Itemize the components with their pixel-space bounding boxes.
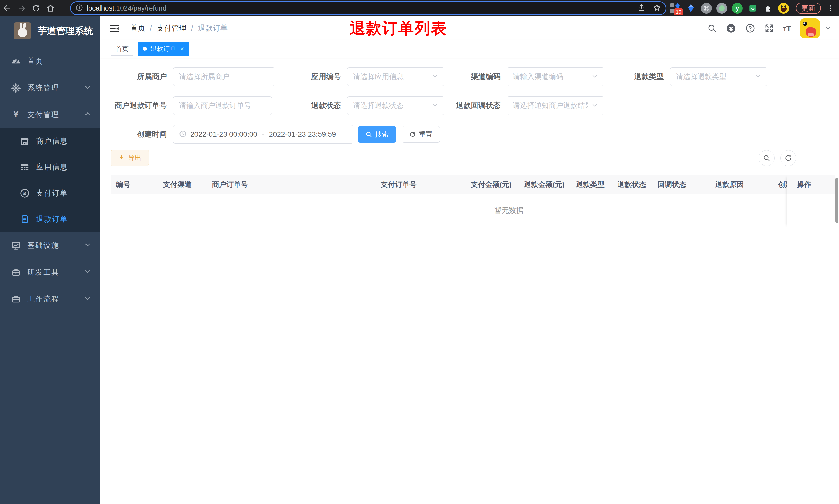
extension-kite-icon[interactable] — [685, 2, 697, 14]
sidebar-item-pay-order[interactable]: ¥支付订单 — [0, 180, 101, 206]
sidebar-item-label: 商户信息 — [36, 136, 68, 146]
browser-forward-button[interactable] — [14, 1, 29, 15]
filter-select-channel-code[interactable]: 请输入渠道编码 — [507, 68, 604, 86]
date-separator: - — [262, 130, 264, 139]
font-size-icon[interactable]: TT — [783, 24, 791, 33]
date-end-value[interactable]: 2022-01-23 23:59:59 — [269, 130, 336, 139]
tab-label: 首页 — [115, 44, 128, 53]
breadcrumb-item[interactable]: 支付管理 — [157, 23, 186, 34]
placeholder-text: 请选择所属商户 — [179, 72, 269, 82]
chevron-up-icon — [84, 110, 92, 120]
empty-text: 暂无数据 — [495, 206, 523, 215]
extension-chat-icon[interactable] — [747, 2, 758, 14]
sidebar-item-label: 应用信息 — [36, 162, 68, 173]
filter-input-merchant-refund-no[interactable]: 请输入商户退款订单号 — [173, 96, 272, 115]
page-content: 创建时间 2022-01-23 00:00:00 - 2022-01-23 23… — [101, 58, 839, 504]
app-logo-row[interactable]: 芋道管理系统 — [0, 17, 101, 45]
tab-label: 退款订单 — [150, 44, 176, 53]
sidebar-collapse-icon[interactable] — [109, 23, 120, 35]
sidebar-item-workflow[interactable]: 工作流程 — [0, 286, 101, 312]
browser-reload-button[interactable] — [29, 1, 43, 15]
filter-field-merchant-refund-no: 商户退款订单号请输入商户退款订单号 — [111, 96, 272, 115]
filter-label-merchant: 所属商户 — [111, 72, 167, 82]
extension-y-icon[interactable]: y — [731, 2, 743, 14]
search-button[interactable]: 搜索 — [358, 126, 396, 143]
fullscreen-icon[interactable] — [764, 23, 774, 34]
create-time-range-picker[interactable]: 2022-01-23 00:00:00 - 2022-01-23 23:59:5… — [173, 125, 353, 144]
profile-emoji-icon[interactable] — [778, 2, 789, 14]
site-info-icon[interactable] — [75, 4, 83, 13]
gauge-icon — [10, 56, 22, 67]
user-caret-down-icon[interactable] — [824, 24, 832, 33]
sidebar-item-app-info[interactable]: 应用信息 — [0, 154, 101, 180]
url-text: localhost:1024/pay/refund — [87, 4, 637, 12]
filter-field-merchant: 所属商户请选择所属商户 — [111, 68, 275, 86]
tab-close-icon[interactable]: × — [180, 46, 184, 52]
filter-label-merchant-refund-no: 商户退款订单号 — [111, 101, 167, 111]
toolbox-icon — [10, 267, 22, 278]
table-header-row: 编号支付渠道商户订单号支付订单号支付金额(元)退款金额(元)退款类型退款状态回调… — [111, 175, 835, 194]
extensions-puzzle-icon[interactable] — [762, 2, 774, 14]
browser-home-button[interactable] — [43, 1, 58, 15]
chevron-down-icon — [591, 102, 598, 110]
extension-tabs-icon[interactable]: 10 — [670, 2, 681, 14]
sidebar-item-merchant-info[interactable]: 商户信息 — [0, 128, 101, 154]
sidebar-menu: 首页系统管理¥支付管理商户信息应用信息¥支付订单退款订单基础设施研发工具工作流程 — [0, 45, 101, 312]
help-icon[interactable] — [745, 23, 755, 34]
extension-badge: 10 — [674, 8, 683, 15]
column-header: 退款原因 — [710, 180, 773, 190]
export-button[interactable]: 导出 — [111, 149, 149, 166]
tags-view-bar: 首页退款订单× — [101, 40, 839, 58]
top-navbar: 首页/支付管理/退款订单 退款订单列表 TT — [101, 17, 839, 40]
filter-input-merchant[interactable]: 请选择所属商户 — [173, 68, 275, 86]
browser-back-button[interactable] — [0, 1, 14, 15]
sidebar-item-label: 退款订单 — [36, 214, 68, 224]
date-start-value[interactable]: 2022-01-23 00:00:00 — [190, 130, 257, 139]
extension-command-icon[interactable] — [700, 2, 712, 14]
browser-toolbar: localhost:1024/pay/refund 10 y 更新 — [0, 0, 839, 17]
github-icon[interactable] — [726, 23, 736, 34]
sidebar-item-home[interactable]: 首页 — [0, 48, 101, 75]
extension-green-dot-icon[interactable] — [716, 2, 728, 14]
filter-select-refund-type[interactable]: 请选择退款类型 — [670, 68, 767, 86]
filter-select-refund-status[interactable]: 请选择退款状态 — [347, 96, 445, 115]
app-logo — [14, 22, 31, 39]
sidebar-item-label: 工作流程 — [27, 294, 59, 304]
column-header: 退款状态 — [612, 180, 652, 190]
sidebar-item-pay[interactable]: ¥支付管理 — [0, 102, 101, 128]
yencircle-icon: ¥ — [19, 188, 30, 199]
page-title: 退款订单列表 — [350, 18, 447, 39]
tab-首页[interactable]: 首页 — [111, 42, 133, 56]
column-header: 编号 — [111, 180, 158, 190]
breadcrumb-item[interactable]: 首页 — [130, 23, 145, 34]
browser-menu-icon[interactable] — [825, 2, 836, 14]
bookmark-star-icon[interactable] — [653, 4, 661, 13]
chevron-down-icon — [84, 83, 92, 93]
filter-select-refund-notify-status[interactable]: 请选择通知商户退款结果 — [507, 96, 604, 115]
chevron-down-icon — [84, 241, 92, 251]
app-title: 芋道管理系统 — [38, 25, 93, 37]
sidebar-item-dev-tools[interactable]: 研发工具 — [0, 259, 101, 286]
sidebar-item-refund-order[interactable]: 退款订单 — [0, 206, 101, 232]
browser-update-button[interactable]: 更新 — [796, 3, 821, 14]
refund-table: 编号支付渠道商户订单号支付订单号支付金额(元)退款金额(元)退款类型退款状态回调… — [111, 175, 835, 227]
address-bar[interactable]: localhost:1024/pay/refund — [70, 1, 666, 15]
sidebar-item-infra[interactable]: 基础设施 — [0, 232, 101, 259]
filter-form: 创建时间 2022-01-23 00:00:00 - 2022-01-23 23… — [111, 58, 839, 149]
reset-button[interactable]: 重置 — [402, 126, 440, 143]
refresh-table-button[interactable] — [780, 150, 796, 166]
column-header: 支付订单号 — [375, 180, 466, 190]
filter-select-app-no[interactable]: 请选择应用信息 — [347, 68, 445, 86]
sidebar-item-system[interactable]: 系统管理 — [0, 75, 101, 102]
sidebar: 芋道管理系统 首页系统管理¥支付管理商户信息应用信息¥支付订单退款订单基础设施研… — [0, 17, 101, 504]
page-scrollbar-thumb[interactable] — [835, 178, 838, 223]
tab-退款订单[interactable]: 退款订单× — [138, 42, 189, 56]
filter-label-refund-notify-status: 退款回调状态 — [435, 101, 501, 111]
sidebar-item-label: 支付订单 — [36, 188, 68, 198]
header-search-icon[interactable] — [707, 23, 717, 34]
share-icon[interactable] — [637, 4, 646, 13]
sidebar-item-label: 基础设施 — [27, 240, 59, 251]
user-avatar[interactable] — [800, 18, 820, 38]
filter-field-channel-code: 渠道编码请输入渠道编码 — [435, 68, 604, 86]
show-search-toggle-button[interactable] — [758, 150, 774, 166]
